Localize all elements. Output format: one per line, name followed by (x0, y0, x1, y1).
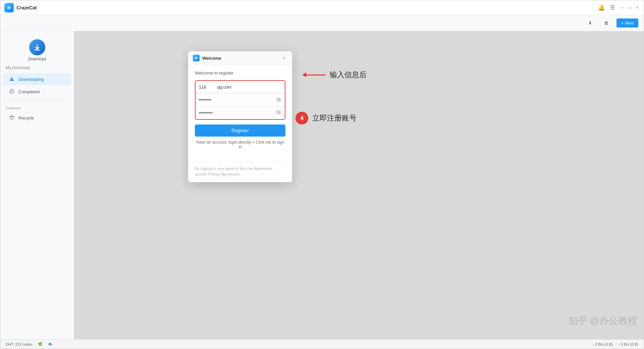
confirm-password-toggle-icon[interactable] (276, 110, 281, 115)
completed-icon (8, 89, 15, 95)
maximize-button[interactable]: □ (628, 5, 632, 10)
register-button[interactable]: Register (195, 124, 285, 137)
step-4-badge: 4 (296, 112, 308, 124)
annotation-text-1: 输入信息后 (330, 70, 367, 80)
close-button[interactable]: × (635, 5, 640, 10)
password-input[interactable] (199, 97, 276, 102)
downloading-icon (8, 76, 15, 83)
dialog-title: Welcome (202, 56, 281, 61)
recycle-icon (8, 115, 15, 121)
welcome-dialog: Welcome × Welcome to register (188, 51, 292, 182)
dht-status: DHT: 231 nodes (6, 342, 33, 346)
arrowhead-1 (302, 72, 306, 77)
sidebar-item-completed-label: Completed (18, 89, 40, 94)
menu-icon[interactable]: ☰ (610, 4, 615, 11)
sidebar-item-downloading[interactable]: Downloading (3, 73, 71, 85)
sidebar-common-label: Common (0, 103, 74, 111)
minimize-button[interactable]: − (620, 5, 625, 10)
sidebar-divider (6, 100, 68, 101)
password-field-container[interactable] (196, 94, 285, 106)
toolbar-right: ⬇ 🗑 + New (584, 18, 638, 28)
content-area: Welcome × Welcome to register (74, 31, 644, 339)
dialog-logo-icon (193, 55, 200, 61)
sidebar-item-completed[interactable]: Completed (3, 86, 71, 98)
app-name: CrazeCat (16, 5, 37, 10)
annotation-step-4: 4 立即注册账号 (296, 112, 357, 124)
sidebar-download-main[interactable]: Download (0, 35, 74, 64)
notification-icon[interactable]: 🔔 (598, 4, 605, 11)
app-logo[interactable]: CrazeCat (4, 3, 37, 12)
email-field-container[interactable] (196, 81, 285, 94)
dialog-close-button[interactable]: × (281, 55, 287, 61)
title-bar: CrazeCat 🔔 ☰ − □ × (0, 0, 644, 15)
dht-value: 231 nodes (15, 342, 32, 346)
sidebar-item-recycle-label: Recycle (18, 115, 34, 120)
app-logo-icon (4, 3, 14, 12)
download-main-icon (29, 39, 45, 55)
upload-speed-value: ↑ 0 B/s (0 B) (618, 342, 638, 346)
email-input[interactable] (199, 85, 281, 90)
password-toggle-icon[interactable] (276, 97, 281, 103)
register-input-group (195, 80, 285, 120)
sidebar-my-download-label: My Download (0, 64, 74, 73)
dht-label: DHT: (6, 342, 14, 346)
confirm-password-input[interactable] (199, 110, 276, 115)
fish-icon: 🐟 (48, 342, 53, 346)
window-controls: − □ × (620, 5, 640, 10)
annotation-arrow-1: 输入信息后 (306, 70, 367, 80)
annotation-text-2: 立即注册账号 (312, 113, 357, 123)
sidebar-item-recycle[interactable]: Recycle (3, 112, 71, 124)
trash-icon-btn[interactable]: 🗑 (600, 18, 612, 28)
dialog-footer: By logging in, you agree to the User Agr… (188, 161, 292, 182)
title-bar-actions: 🔔 ☰ (598, 4, 615, 11)
dialog-body: Welcome to register (188, 65, 292, 161)
toolbar: ⬇ 🗑 + New (0, 15, 644, 31)
dialog-titlebar: Welcome × (188, 51, 292, 65)
status-bar: DHT: 231 nodes 🌿 🐟 ↓ 0 B/s (0 B) ↑ 0 B/s… (0, 339, 644, 349)
arrow-line-1 (306, 74, 326, 76)
agreement-line1: By logging in, you agree to the User Agr… (195, 166, 285, 171)
upload-speed: ↑ 0 B/s (0 B) (618, 342, 638, 346)
signin-link[interactable]: Have an account, login directly-> Click … (195, 140, 285, 149)
sidebar-download-label: Download (28, 57, 46, 61)
main-layout: Download My Download Downloading (0, 31, 644, 339)
download-icon-btn[interactable]: ⬇ (584, 18, 596, 28)
download-speed-value: ↓ 0 B/s (0 B) (592, 342, 613, 346)
modal-overlay: Welcome × Welcome to register (74, 31, 644, 339)
download-arrow-icon: ⬇ (588, 20, 592, 26)
agreement-line2: and the Privacy Agreement. (195, 171, 285, 177)
trash-icon: 🗑 (604, 20, 608, 26)
confirm-password-field-container[interactable] (196, 106, 285, 119)
sidebar-item-downloading-label: Downloading (18, 77, 44, 82)
sidebar: Download My Download Downloading (0, 31, 74, 339)
download-speed: ↓ 0 B/s (0 B) (592, 342, 613, 346)
new-button[interactable]: + New (616, 18, 638, 28)
leaf-icon: 🌿 (38, 342, 43, 346)
dialog-subtitle: Welcome to register (195, 70, 285, 76)
